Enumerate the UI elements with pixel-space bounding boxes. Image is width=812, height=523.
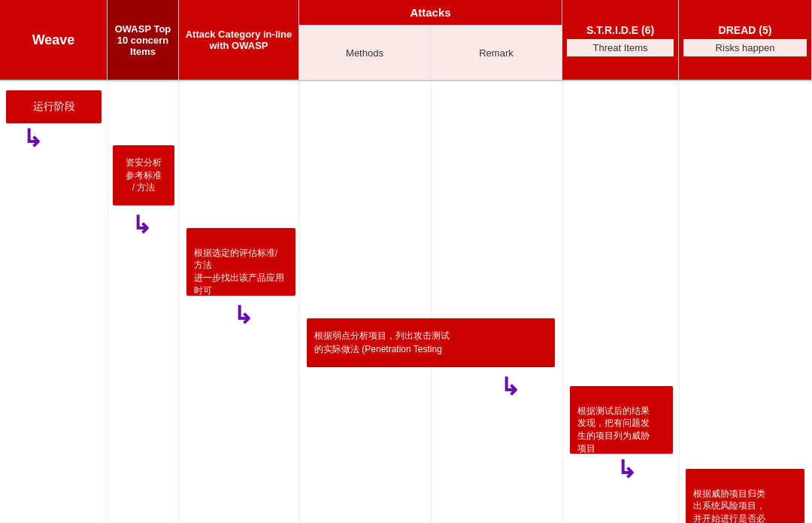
box-5: 根据测试后的结果 发现，把有问题发 生的项目列为威胁 项目	[570, 386, 673, 454]
box-1: 运行阶段	[6, 90, 102, 123]
header-weave: Weave	[0, 0, 108, 80]
divider-4	[431, 81, 432, 523]
divider-2	[179, 81, 180, 523]
owasp-label: OWASP Top 10 concern Items	[112, 23, 174, 57]
arrow-1: ↳	[23, 126, 43, 151]
header-attack-cat: Attack Category in-line with OWASP	[179, 0, 299, 80]
remark-label: Remark	[479, 47, 514, 59]
arrow-5: ↳	[617, 458, 637, 482]
box4-text: 根据弱点分析项目，列出攻击测试 的实际做法 (Penetration Testi…	[314, 330, 450, 356]
attack-cat-label: Attack Category in-line with OWASP	[183, 29, 294, 51]
stride-top-label: S.T.R.I.D.E (6)	[586, 24, 654, 39]
box-6: 根据威胁项目归类 出系统风险项目， 并开始进行是否必 须修改设计工作以 避免该项…	[686, 469, 804, 523]
stride-sub-label: Threat Items	[567, 39, 674, 56]
divider-6	[679, 81, 680, 523]
main-container: Weave OWASP Top 10 concern Items Attack …	[0, 0, 812, 523]
box5-text: 根据测试后的结果 发现，把有问题发 生的项目列为威胁 项目	[577, 406, 650, 453]
body-area: 运行阶段 ↳ 资安分析 参考标准 / 方法 ↳ 根据选定的评估标准/ 方法 进一…	[0, 81, 812, 523]
header-remark: Remark	[431, 26, 562, 80]
header-methods: Methods	[299, 26, 431, 80]
dread-sub-label: Risks happen	[683, 39, 807, 56]
divider-1	[108, 81, 108, 523]
box-3: 根据选定的评估标准/ 方法 进一步找出该产品应用时可 能会发生资安上的弱点之分 …	[186, 228, 295, 296]
divider-5	[562, 81, 563, 523]
header-stride: S.T.R.I.D.E (6) Threat Items	[562, 0, 679, 80]
header-dread: DREAD (5) Risks happen	[679, 0, 812, 80]
arrow-4: ↳	[500, 375, 520, 399]
attacks-top-label: Attacks	[299, 0, 562, 26]
dread-top-label: DREAD (5)	[719, 24, 772, 39]
box-2: 资安分析 参考标准 / 方法	[113, 145, 174, 205]
methods-label: Methods	[346, 47, 383, 59]
arrow-3: ↳	[233, 303, 253, 327]
box1-text: 运行阶段	[33, 99, 75, 114]
box2-text: 资安分析 参考标准 / 方法	[126, 157, 162, 194]
arrow-2: ↳	[132, 213, 152, 237]
header-attacks-group: Attacks Methods Remark	[299, 0, 562, 80]
box3-text: 根据选定的评估标准/ 方法 进一步找出该产品应用时可 能会发生资安上的弱点之分 …	[194, 248, 287, 345]
attacks-sub-row: Methods Remark	[299, 26, 562, 80]
header-owasp: OWASP Top 10 concern Items	[108, 0, 179, 80]
weave-label: Weave	[32, 32, 75, 48]
divider-3	[299, 81, 300, 523]
header-row: Weave OWASP Top 10 concern Items Attack …	[0, 0, 812, 81]
box-4: 根据弱点分析项目，列出攻击测试 的实际做法 (Penetration Testi…	[307, 318, 555, 367]
box6-text: 根据威胁项目归类 出系统风险项目， 并开始进行是否必 须修改设计工作以 避免该项…	[693, 489, 765, 523]
